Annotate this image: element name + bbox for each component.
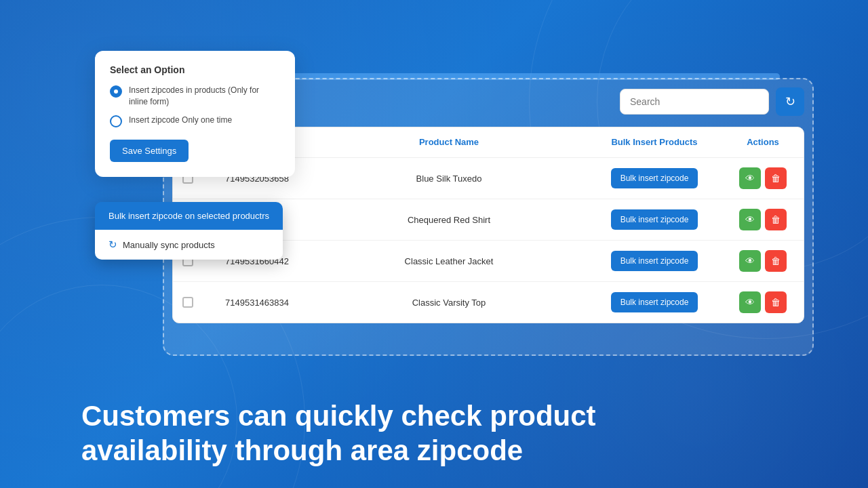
row2-bulk-button[interactable]: Bulk insert zipcode: [611, 209, 698, 230]
row1-delete-button[interactable]: 🗑: [765, 167, 787, 189]
bulk-insert-selected-item[interactable]: Bulk insert zipcode on selected productr…: [95, 202, 283, 230]
row2-product-name: Chequered Red Shirt: [311, 205, 587, 235]
row1-actions: 👁 🗑: [722, 158, 804, 199]
row4-checkbox-cell: [173, 287, 203, 317]
eye-icon: 👁: [745, 173, 755, 184]
row3-delete-button[interactable]: 🗑: [765, 250, 787, 272]
row1-bulk-button[interactable]: Bulk insert zipcode: [611, 168, 698, 188]
settings-card: Select an Option Insert zipcodes in prod…: [95, 51, 295, 177]
trash-icon: 🗑: [771, 256, 781, 266]
row3-product-name: Classic Leather Jacket: [311, 247, 587, 276]
refresh-icon: ↻: [785, 94, 795, 109]
row2-view-button[interactable]: 👁: [739, 209, 761, 230]
settings-title: Select an Option: [110, 64, 280, 75]
row3-view-button[interactable]: 👁: [739, 250, 761, 272]
row4-product-id: 7149531463834: [203, 288, 311, 317]
context-menu: Bulk insert zipcode on selected productr…: [95, 202, 283, 260]
col-header-product-name: Product Name: [311, 127, 587, 157]
col-header-actions: Actions: [722, 127, 804, 157]
radio-once-label: Insert zipcode Only one time: [129, 115, 232, 126]
row3-bulk-button[interactable]: Bulk insert zipcode: [611, 251, 698, 271]
headline-line1: Customers can quickly check product: [81, 399, 787, 433]
row4-product-name: Classic Varsity Top: [311, 288, 587, 317]
row1-view-button[interactable]: 👁: [739, 167, 761, 189]
trash-icon: 🗑: [771, 214, 781, 225]
sync-label: Manually sync products: [123, 240, 215, 250]
save-settings-button[interactable]: Save Settings: [110, 140, 189, 162]
refresh-button[interactable]: ↻: [776, 87, 804, 116]
eye-icon: 👁: [745, 214, 755, 225]
row1-bulk-cell: Bulk insert zipcode: [587, 159, 722, 198]
row4-actions: 👁 🗑: [722, 282, 804, 323]
col-header-bulk-insert: Bulk Insert Products: [587, 127, 722, 157]
sync-icon: ↻: [108, 239, 117, 251]
row4-bulk-cell: Bulk insert zipcode: [587, 283, 722, 322]
row2-bulk-cell: Bulk insert zipcode: [587, 200, 722, 239]
table-row: 7149531463834 Classic Varsity Top Bulk i…: [173, 282, 804, 323]
radio-option-1[interactable]: Insert zipcodes in products (Only for in…: [110, 85, 280, 108]
manually-sync-item[interactable]: ↻ Manually sync products: [95, 230, 283, 260]
row4-delete-button[interactable]: 🗑: [765, 291, 787, 313]
search-input[interactable]: [620, 89, 769, 115]
radio-inline[interactable]: [110, 85, 122, 98]
bottom-text: Customers can quickly check product avai…: [81, 399, 787, 468]
eye-icon: 👁: [745, 256, 755, 266]
row4-checkbox[interactable]: [182, 297, 193, 308]
row4-bulk-button[interactable]: Bulk insert zipcode: [611, 292, 698, 312]
row4-view-button[interactable]: 👁: [739, 291, 761, 313]
row3-bulk-cell: Bulk insert zipcode: [587, 241, 722, 281]
headline-line2: availability through area zipcode: [81, 434, 787, 468]
radio-inline-label: Insert zipcodes in products (Only for in…: [129, 85, 280, 108]
row2-delete-button[interactable]: 🗑: [765, 209, 787, 230]
row2-actions: 👁 🗑: [722, 199, 804, 240]
row3-actions: 👁 🗑: [722, 241, 804, 281]
eye-icon: 👁: [745, 297, 755, 308]
trash-icon: 🗑: [771, 173, 781, 184]
trash-icon: 🗑: [771, 297, 781, 308]
row1-product-name: Blue Silk Tuxedo: [311, 164, 587, 193]
radio-option-2[interactable]: Insert zipcode Only one time: [110, 115, 280, 127]
radio-once[interactable]: [110, 115, 122, 127]
